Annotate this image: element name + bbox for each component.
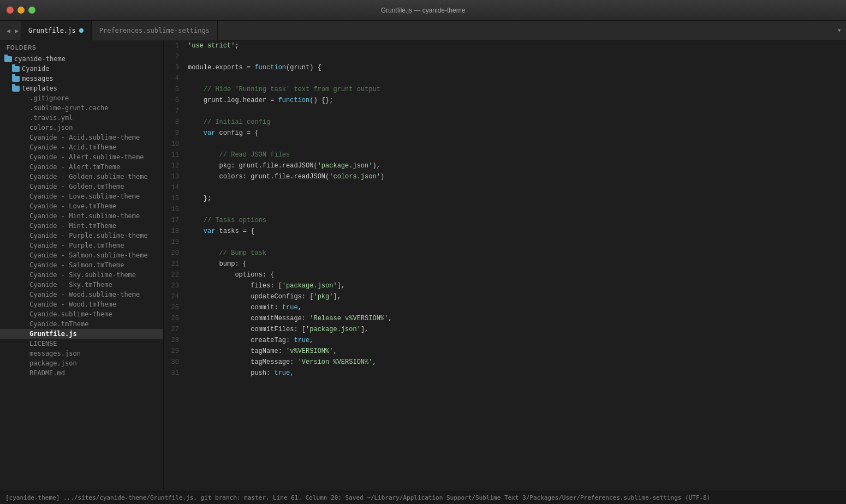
file-item[interactable]: colors.json — [0, 123, 163, 133]
code-line: tagName: 'v%VERSION%', — [188, 346, 846, 357]
tree-item-label: .gitignore — [29, 94, 69, 102]
line-number: 27 — [168, 324, 179, 335]
line-number: 9 — [168, 128, 179, 139]
code-line: module.exports = function(grunt) { — [188, 62, 846, 73]
file-item[interactable]: Cyanide.tmTheme — [0, 319, 163, 329]
line-number: 5 — [168, 84, 179, 95]
file-item[interactable]: Cyanide - Salmon.tmTheme — [0, 260, 163, 270]
code-line — [188, 204, 846, 215]
folder-item[interactable]: messages — [0, 74, 163, 83]
code-line: push: true, — [188, 368, 846, 379]
file-item[interactable]: Cyanide - Love.sublime-theme — [0, 191, 163, 201]
line-number: 19 — [168, 237, 179, 248]
code-line: // Tasks options — [188, 215, 846, 226]
line-number: 26 — [168, 313, 179, 324]
file-item[interactable]: Cyanide - Salmon.sublime-theme — [0, 250, 163, 260]
tree-item-label: LICENSE — [29, 340, 57, 347]
tab-bar: ◂ ▸ Gruntfile.js Preferences.sublime-set… — [0, 21, 846, 40]
file-item[interactable]: .travis.yml — [0, 113, 163, 123]
close-button[interactable] — [7, 7, 14, 14]
tab-preferences[interactable]: Preferences.sublime-settings — [92, 21, 218, 40]
file-item[interactable]: LICENSE — [0, 339, 163, 349]
code-line: commitMessage: 'Release v%VERSION%', — [188, 313, 846, 324]
tree-item-label: Cyanide - Sky.tmTheme — [29, 281, 112, 289]
file-item[interactable]: Cyanide - Sky.tmTheme — [0, 280, 163, 290]
code-line — [188, 73, 846, 84]
tree-item-label: .sublime-grunt.cache — [29, 104, 109, 112]
file-item[interactable]: messages.json — [0, 349, 163, 358]
tree-item-label: Cyanide.tmTheme — [29, 320, 88, 328]
file-item[interactable]: Cyanide - Purple.sublime-theme — [0, 231, 163, 241]
file-item[interactable]: Cyanide - Alert.tmTheme — [0, 162, 163, 172]
minimize-button[interactable] — [17, 7, 25, 14]
tab-nav-forward[interactable]: ▸ — [13, 21, 21, 40]
file-item[interactable]: Cyanide - Wood.sublime-theme — [0, 290, 163, 299]
file-item[interactable]: Cyanide - Golden.sublime-theme — [0, 172, 163, 182]
tree-item-label: Cyanide.sublime-theme — [29, 310, 112, 318]
file-item[interactable]: Cyanide.sublime-theme — [0, 309, 163, 319]
line-number: 2 — [168, 51, 179, 62]
tree-item-label: Cyanide - Purple.tmTheme — [29, 242, 124, 249]
file-item[interactable]: Gruntfile.js — [0, 329, 163, 339]
tab-dropdown[interactable]: ▾ — [837, 26, 842, 35]
file-item[interactable]: Cyanide - Acid.tmTheme — [0, 142, 163, 152]
tab-gruntfile[interactable]: Gruntfile.js — [21, 21, 92, 40]
code-line — [188, 139, 846, 149]
file-item[interactable]: package.json — [0, 358, 163, 368]
file-item[interactable]: Cyanide - Acid.sublime-theme — [0, 133, 163, 142]
window-controls[interactable] — [7, 7, 35, 14]
tree-item-label: Cyanide - Love.tmTheme — [29, 202, 116, 210]
tree-item-label: Cyanide - Acid.tmTheme — [29, 143, 116, 151]
tree-item-label: package.json — [29, 359, 77, 367]
code-line: commitFiles: ['package.json'], — [188, 324, 846, 335]
folder-item[interactable]: cyanide-theme — [0, 54, 163, 64]
code-line: var config = { — [188, 128, 846, 139]
line-number: 6 — [168, 95, 179, 106]
line-number: 13 — [168, 171, 179, 182]
file-item[interactable]: .sublime-grunt.cache — [0, 103, 163, 113]
code-line: createTag: true, — [188, 335, 846, 346]
tab-nav-back[interactable]: ◂ — [4, 21, 13, 40]
editor-area: 1234567891011121314151617181920212223242… — [164, 40, 846, 491]
line-number: 22 — [168, 269, 179, 280]
line-number: 25 — [168, 302, 179, 313]
line-number: 29 — [168, 346, 179, 357]
tree-item-label: Cyanide - Mint.tmTheme — [29, 222, 116, 230]
file-tree: cyanide-themeCyanidemessagestemplates.gi… — [0, 54, 163, 378]
folder-icon — [4, 56, 12, 62]
code-editor[interactable]: 'use strict'; module.exports = function(… — [186, 40, 846, 491]
tree-item-label: Cyanide - Alert.tmTheme — [29, 163, 120, 171]
file-item[interactable]: Cyanide - Golden.tmTheme — [0, 182, 163, 191]
file-item[interactable]: Cyanide - Purple.tmTheme — [0, 241, 163, 250]
tree-item-label: Cyanide - Golden.tmTheme — [29, 183, 124, 190]
code-line: files: ['package.json'], — [188, 280, 846, 291]
tree-item-label: cyanide-theme — [14, 55, 65, 63]
content-area: FOLDERS cyanide-themeCyanidemessagestemp… — [0, 40, 846, 491]
line-number: 20 — [168, 248, 179, 259]
file-item[interactable]: README.md — [0, 368, 163, 378]
file-item[interactable]: Cyanide - Love.tmTheme — [0, 201, 163, 211]
editor-content[interactable]: 1234567891011121314151617181920212223242… — [164, 40, 846, 491]
tree-item-label: Cyanide - Wood.tmTheme — [29, 301, 116, 308]
folder-item[interactable]: templates — [0, 83, 163, 93]
code-line: // Initial config — [188, 117, 846, 128]
file-item[interactable]: Cyanide - Wood.tmTheme — [0, 299, 163, 309]
file-item[interactable]: Cyanide - Mint.sublime-theme — [0, 211, 163, 221]
line-number: 18 — [168, 226, 179, 237]
code-line: // Read JSON files — [188, 149, 846, 160]
file-item[interactable]: Cyanide - Mint.tmTheme — [0, 221, 163, 231]
tree-item-label: Cyanide - Sky.sublime-theme — [29, 271, 136, 279]
line-number: 31 — [168, 368, 179, 379]
tree-item-label: Cyanide - Mint.sublime-theme — [29, 212, 140, 220]
file-item[interactable]: Cyanide - Alert.sublime-theme — [0, 152, 163, 162]
line-number: 1 — [168, 40, 179, 51]
code-line: options: { — [188, 269, 846, 280]
maximize-button[interactable] — [28, 7, 35, 14]
file-item[interactable]: .gitignore — [0, 93, 163, 103]
tab-dirty-indicator — [79, 28, 84, 33]
line-number: 16 — [168, 204, 179, 215]
folder-item[interactable]: Cyanide — [0, 64, 163, 74]
file-item[interactable]: Cyanide - Sky.sublime-theme — [0, 270, 163, 280]
line-number: 8 — [168, 117, 179, 128]
code-line: colors: grunt.file.readJSON('colors.json… — [188, 171, 846, 182]
